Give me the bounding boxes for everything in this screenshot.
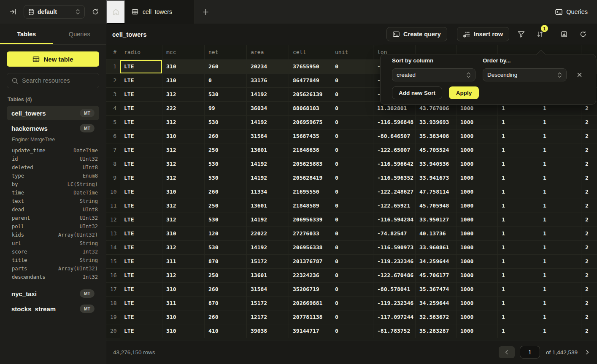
row-number[interactable]: 11 bbox=[106, 199, 120, 213]
table-cell[interactable]: 1000 bbox=[457, 269, 498, 282]
table-cell[interactable]: 260 bbox=[205, 60, 247, 73]
table-cell[interactable]: 1 bbox=[498, 283, 539, 296]
table-cell[interactable]: 0 bbox=[331, 283, 373, 296]
table-cell[interactable]: 1 bbox=[539, 143, 581, 157]
sort-button[interactable]: 1 bbox=[533, 28, 547, 40]
table-cell[interactable]: 1 bbox=[498, 324, 539, 338]
table-cell[interactable]: LTE bbox=[120, 255, 162, 268]
table-cell[interactable]: 311 bbox=[162, 297, 205, 310]
table-cell[interactable]: 222 bbox=[162, 102, 205, 115]
table-cell[interactable]: 40.13736 bbox=[416, 227, 457, 240]
insert-row-button[interactable]: Insert row bbox=[457, 27, 509, 41]
table-cell[interactable]: 39038 bbox=[247, 324, 289, 338]
table-cell[interactable]: 870 bbox=[205, 297, 247, 310]
table-cell[interactable]: 250 bbox=[205, 199, 247, 213]
table-cell[interactable]: 2 bbox=[581, 310, 597, 324]
table-cell[interactable]: LTE bbox=[120, 297, 162, 310]
table-cell[interactable]: 33176 bbox=[247, 74, 289, 87]
table-cell[interactable]: 1 bbox=[498, 116, 539, 129]
table-cell[interactable]: 0 bbox=[331, 324, 373, 338]
row-number[interactable]: 15 bbox=[106, 255, 120, 268]
table-cell[interactable]: 1 bbox=[498, 129, 539, 143]
row-number[interactable]: 7 bbox=[106, 143, 120, 157]
table-cell[interactable]: 14192 bbox=[247, 157, 289, 171]
table-cell[interactable]: 207781138 bbox=[289, 310, 331, 324]
table-cell[interactable]: 14192 bbox=[247, 88, 289, 101]
schema-column-row[interactable]: timeDateTime bbox=[12, 189, 98, 197]
table-cell[interactable]: 1 bbox=[539, 129, 581, 143]
sidebar-tab-tables[interactable]: Tables bbox=[0, 24, 53, 44]
table-cell[interactable]: 530 bbox=[205, 171, 247, 185]
table-cell[interactable]: 1000 bbox=[457, 283, 498, 296]
table-cell[interactable]: 15172 bbox=[247, 255, 289, 268]
table-cell[interactable]: 0 bbox=[331, 88, 373, 101]
table-cell[interactable]: 1 bbox=[539, 283, 581, 296]
table-cell[interactable]: 1000 bbox=[457, 310, 498, 324]
schema-column-row[interactable]: idUInt32 bbox=[12, 155, 98, 163]
column-header-cell[interactable]: cell bbox=[289, 45, 331, 59]
table-cell[interactable]: -122.248627 bbox=[373, 185, 416, 199]
table-cell[interactable]: 2 bbox=[581, 199, 597, 213]
table-cell[interactable]: LTE bbox=[120, 60, 162, 73]
table-cell[interactable]: 1 bbox=[498, 213, 539, 226]
table-cell[interactable]: 86477849 bbox=[289, 74, 331, 87]
sort-column-select[interactable]: created bbox=[392, 68, 475, 81]
table-cell[interactable]: 120 bbox=[205, 227, 247, 240]
table-cell[interactable]: 310 bbox=[162, 310, 205, 324]
table-cell[interactable]: 2 bbox=[581, 283, 597, 296]
row-number[interactable]: 3 bbox=[106, 88, 120, 101]
table-cell[interactable]: 260 bbox=[205, 310, 247, 324]
page-number-input[interactable] bbox=[520, 346, 540, 359]
table-cell[interactable]: 1 bbox=[498, 185, 539, 199]
table-cell[interactable]: 0 bbox=[331, 157, 373, 171]
table-cell[interactable]: -116.596642 bbox=[373, 157, 416, 171]
table-cell[interactable]: 1 bbox=[498, 199, 539, 213]
row-number[interactable]: 17 bbox=[106, 283, 120, 296]
table-cell[interactable]: 312 bbox=[162, 171, 205, 185]
table-cell[interactable]: 1 bbox=[498, 297, 539, 310]
column-header-radio[interactable]: radio bbox=[120, 45, 162, 59]
table-cell[interactable]: 1000 bbox=[457, 116, 498, 129]
table-cell[interactable]: 2 bbox=[581, 143, 597, 157]
search-resources-input[interactable] bbox=[22, 77, 101, 84]
table-cell[interactable]: 0 bbox=[331, 213, 373, 226]
row-number[interactable]: 20 bbox=[106, 324, 120, 338]
table-cell[interactable]: 21848589 bbox=[289, 199, 331, 213]
next-page-button[interactable] bbox=[585, 350, 589, 355]
schema-column-row[interactable]: urlString bbox=[12, 239, 98, 248]
sort-order-select[interactable]: Descending bbox=[483, 68, 567, 81]
table-cell[interactable]: 1 bbox=[498, 157, 539, 171]
table-cell[interactable]: 0 bbox=[331, 74, 373, 87]
table-cell[interactable]: 206959675 bbox=[289, 116, 331, 129]
table-cell[interactable]: 1 bbox=[498, 255, 539, 268]
table-cell[interactable]: LTE bbox=[120, 227, 162, 240]
row-number[interactable]: 1 bbox=[106, 60, 120, 73]
table-cell[interactable]: 2 bbox=[581, 241, 597, 254]
row-number[interactable]: 6 bbox=[106, 129, 120, 143]
table-cell[interactable]: 260 bbox=[205, 129, 247, 143]
row-number[interactable]: 18 bbox=[106, 297, 120, 310]
table-cell[interactable]: 15687435 bbox=[289, 129, 331, 143]
table-cell[interactable]: 1 bbox=[539, 185, 581, 199]
table-cell[interactable]: LTE bbox=[120, 283, 162, 296]
row-number[interactable]: 5 bbox=[106, 116, 120, 129]
table-cell[interactable]: 35.367474 bbox=[416, 283, 457, 296]
table-cell[interactable]: 2 bbox=[581, 255, 597, 268]
table-cell[interactable]: 13601 bbox=[247, 199, 289, 213]
export-download-button[interactable] bbox=[557, 28, 571, 40]
new-table-button[interactable]: New table bbox=[7, 51, 99, 67]
table-cell[interactable]: 1 bbox=[539, 269, 581, 282]
table-cell[interactable]: 14192 bbox=[247, 116, 289, 129]
table-cell[interactable]: 1 bbox=[539, 227, 581, 240]
sidebar-item-hackernews[interactable]: hackernews MT bbox=[7, 121, 99, 135]
column-header-mcc[interactable]: mcc bbox=[162, 45, 205, 59]
row-number[interactable]: 8 bbox=[106, 157, 120, 171]
table-cell[interactable]: 35.383408 bbox=[416, 129, 457, 143]
create-query-button[interactable]: Create query bbox=[386, 27, 447, 41]
table-cell[interactable]: 27276033 bbox=[289, 227, 331, 240]
table-cell[interactable]: 1 bbox=[539, 213, 581, 226]
table-cell[interactable]: -81.783752 bbox=[373, 324, 416, 338]
table-cell[interactable]: 1 bbox=[498, 143, 539, 157]
table-cell[interactable]: 202669881 bbox=[289, 297, 331, 310]
row-number[interactable]: 4 bbox=[106, 102, 120, 115]
